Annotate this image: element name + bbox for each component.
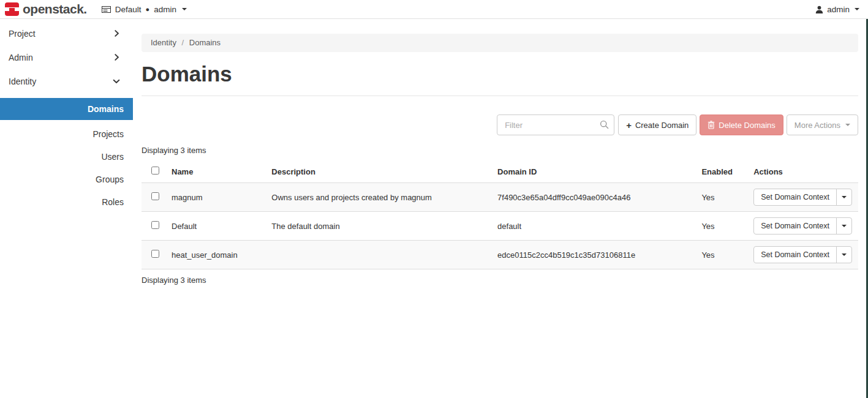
- set-domain-context-button[interactable]: Set Domain Context: [754, 247, 837, 263]
- cell-enabled: Yes: [695, 241, 747, 269]
- row-checkbox[interactable]: [151, 192, 159, 200]
- chevron-down-icon: [113, 78, 120, 84]
- cell-domain-id: default: [491, 212, 695, 241]
- delete-domains-label: Delete Domains: [719, 121, 776, 130]
- create-domain-label: Create Domain: [635, 121, 689, 130]
- sidebar-item-groups[interactable]: Groups: [0, 168, 133, 191]
- caret-down-icon: [842, 253, 847, 256]
- sidebar-item-domains[interactable]: Domains: [0, 98, 133, 120]
- breadcrumb-domains: Domains: [189, 38, 221, 47]
- column-header-actions: Actions: [747, 162, 858, 183]
- more-actions-button[interactable]: More Actions: [787, 115, 858, 135]
- row-actions-dropdown-toggle[interactable]: [837, 218, 851, 234]
- cell-description: Owns users and projects created by magnu…: [265, 183, 491, 212]
- row-actions-dropdown-toggle[interactable]: [837, 189, 851, 205]
- cell-description: [265, 241, 491, 269]
- filter-field-wrap: [497, 115, 614, 135]
- context-domain-label: Default: [115, 5, 142, 14]
- cell-name: magnum: [165, 183, 265, 212]
- create-domain-button[interactable]: + Create Domain: [618, 115, 696, 135]
- row-checkbox[interactable]: [151, 221, 159, 229]
- domains-table: Name Description Domain ID Enabled Actio…: [142, 162, 858, 269]
- sidebar-item-project[interactable]: Project: [0, 21, 133, 45]
- page-title: Domains: [142, 62, 858, 86]
- trash-icon: [708, 121, 715, 129]
- person-icon: [815, 6, 823, 13]
- chevron-right-icon: [113, 54, 120, 61]
- caret-down-icon: [842, 196, 847, 198]
- sidebar-item-users[interactable]: Users: [0, 146, 133, 168]
- caret-down-icon: [182, 8, 187, 10]
- caret-down-icon: [842, 225, 847, 227]
- caret-down-icon: [845, 124, 850, 126]
- sidebar-item-roles[interactable]: Roles: [0, 191, 133, 214]
- delete-domains-button[interactable]: Delete Domains: [700, 115, 783, 135]
- sidebar-nav: Project Admin Identity Domains Projects …: [0, 19, 133, 214]
- cell-enabled: Yes: [695, 212, 747, 241]
- table-row: magnum Owns users and projects created b…: [142, 183, 858, 212]
- top-navbar: openstack. Default ● admin admin: [0, 0, 868, 19]
- card-list-icon: [102, 6, 111, 13]
- items-count-bottom: Displaying 3 items: [142, 269, 858, 285]
- openstack-brand[interactable]: openstack.: [5, 2, 87, 17]
- table-row: heat_user_domain edce0115c2cc4b519c1c35d…: [142, 241, 858, 269]
- user-menu-dropdown[interactable]: admin: [815, 5, 859, 14]
- sidebar-item-label: Project: [9, 29, 36, 39]
- caret-down-icon: [855, 8, 859, 10]
- sidebar-item-identity[interactable]: Identity: [0, 69, 133, 93]
- row-action-group: Set Domain Context: [753, 189, 852, 206]
- breadcrumb-identity[interactable]: Identity: [151, 38, 176, 47]
- set-domain-context-button[interactable]: Set Domain Context: [754, 189, 837, 205]
- brand-wordmark: openstack.: [23, 2, 87, 17]
- column-header-domain-id: Domain ID: [491, 162, 695, 183]
- table-header-row: Name Description Domain ID Enabled Actio…: [142, 162, 858, 183]
- column-header-name: Name: [165, 162, 265, 183]
- chevron-right-icon: [113, 30, 120, 37]
- context-project-label: admin: [154, 5, 176, 14]
- plus-icon: +: [626, 120, 632, 130]
- sidebar-item-label: Identity: [9, 77, 36, 86]
- context-switcher-dropdown[interactable]: Default ● admin: [102, 5, 187, 14]
- row-checkbox[interactable]: [151, 250, 159, 258]
- items-count-top: Displaying 3 items: [142, 146, 858, 155]
- cell-domain-id: edce0115c2cc4b519c1c35d73106811e: [491, 241, 695, 269]
- search-icon: [600, 120, 609, 129]
- column-header-description: Description: [265, 162, 491, 183]
- sidebar-item-projects[interactable]: Projects: [0, 123, 133, 146]
- column-header-enabled: Enabled: [695, 162, 747, 183]
- cell-enabled: Yes: [695, 183, 747, 212]
- table-toolbar: + Create Domain Delete Domains More Acti…: [142, 115, 858, 135]
- openstack-logo-icon: [5, 2, 19, 16]
- filter-input[interactable]: [497, 115, 614, 135]
- set-domain-context-button[interactable]: Set Domain Context: [754, 218, 837, 234]
- user-name-label: admin: [827, 5, 850, 14]
- breadcrumb-separator: /: [182, 38, 184, 47]
- main-content: Identity / Domains Domains + Create Doma…: [133, 34, 868, 285]
- cell-description: The default domain: [265, 212, 491, 241]
- cell-name: heat_user_domain: [165, 241, 265, 269]
- cell-domain-id: 7f490c3e65a04dff9cc049ae090c4a46: [491, 183, 695, 212]
- title-divider: [142, 96, 858, 96]
- breadcrumb: Identity / Domains: [142, 34, 858, 52]
- table-row: Default The default domain default Yes S…: [142, 212, 858, 241]
- more-actions-label: More Actions: [794, 121, 840, 130]
- row-action-group: Set Domain Context: [753, 246, 852, 263]
- sidebar-item-admin[interactable]: Admin: [0, 45, 133, 69]
- context-separator-dot: ●: [146, 6, 150, 13]
- sidebar-item-label: Admin: [9, 53, 33, 62]
- select-all-checkbox[interactable]: [151, 167, 159, 175]
- row-action-group: Set Domain Context: [753, 217, 852, 235]
- row-actions-dropdown-toggle[interactable]: [837, 247, 851, 263]
- cell-name: Default: [165, 212, 265, 241]
